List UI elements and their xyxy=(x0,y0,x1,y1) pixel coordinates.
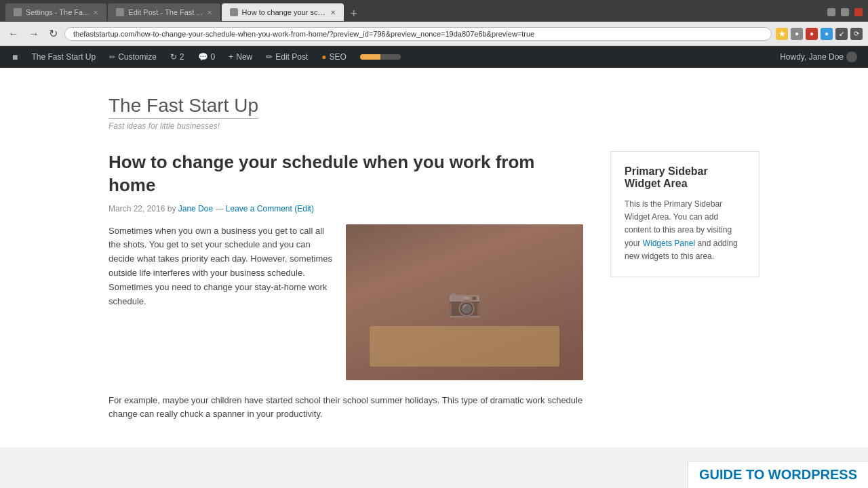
revisions-icon: ↻ xyxy=(170,52,177,62)
article-image xyxy=(346,224,583,380)
close-button[interactable] xyxy=(854,8,863,16)
seo-label: SEO xyxy=(330,52,347,62)
edit-post-link[interactable]: ✏ Edit Post xyxy=(259,46,315,68)
revisions-link[interactable]: ↻ 2 xyxy=(163,46,191,68)
article-date: March 22, 2016 xyxy=(108,204,165,214)
tab-preview[interactable]: How to change your sch... ✕ xyxy=(222,3,344,21)
customize-label: Customize xyxy=(118,52,157,62)
browser-titlebar: Settings - The Fa... ✕ Edit Post - The F… xyxy=(0,0,868,22)
sidebar-widget-text: This is the Primary Sidebar Widget Area.… xyxy=(625,198,745,263)
article-comment-link[interactable]: Leave a Comment xyxy=(226,204,292,214)
browser-toolbar: ← → ↻ thefaststartup.com/how-to-change-y… xyxy=(0,22,868,46)
extension-icon-red[interactable]: ● xyxy=(806,28,818,40)
article-edit-anchor[interactable]: (Edit) xyxy=(294,204,314,214)
sidebar: Primary Sidebar Widget Area This is the … xyxy=(610,151,760,431)
maximize-button[interactable] xyxy=(841,8,849,16)
site-tagline: Fast ideas for little businesses! xyxy=(108,121,760,131)
forward-button[interactable]: → xyxy=(26,26,42,41)
reload-icon[interactable]: ⟳ xyxy=(850,28,863,40)
tab-label-settings: Settings - The Fa... xyxy=(26,8,89,16)
tab-favicon-settings xyxy=(14,8,22,16)
user-avatar xyxy=(846,52,857,62)
extension-icon-2[interactable]: ↙ xyxy=(835,28,848,40)
tab-close-edit[interactable]: ✕ xyxy=(207,9,212,16)
browser-window-controls xyxy=(827,8,863,16)
article-paragraph-2: For example, maybe your children have st… xyxy=(108,394,583,422)
comments-count: 0 xyxy=(211,52,216,62)
extension-icon-1[interactable]: ● xyxy=(791,28,803,40)
seo-dot: ● xyxy=(321,52,326,62)
extension-icon-blue[interactable]: ● xyxy=(821,28,833,40)
wp-admin-bar: ■ The Fast Start Up ✏ Customize ↻ 2 💬 0 … xyxy=(0,46,868,68)
article-meta: March 22, 2016 by Jane Doe — Leave a Com… xyxy=(108,204,583,214)
new-label: New xyxy=(236,52,252,62)
new-link[interactable]: + New xyxy=(222,46,259,68)
main-layout: How to change your schedule when you wor… xyxy=(0,151,868,431)
widgets-panel-link[interactable]: Widgets Panel xyxy=(643,239,695,248)
browser-tabs: Settings - The Fa... ✕ Edit Post - The F… xyxy=(5,3,822,21)
wp-logo[interactable]: ■ xyxy=(5,46,24,68)
tab-settings[interactable]: Settings - The Fa... ✕ xyxy=(5,3,106,21)
browser-window: Settings - The Fa... ✕ Edit Post - The F… xyxy=(0,0,868,447)
seo-bar-container xyxy=(353,46,408,68)
site-name[interactable]: The Fast Start Up xyxy=(24,46,102,68)
edit-icon: ✏ xyxy=(266,52,273,62)
article-body: Sometimes when you own a business you ge… xyxy=(108,224,583,380)
sidebar-widget-title: Primary Sidebar Widget Area xyxy=(625,165,745,190)
customize-icon: ✏ xyxy=(109,53,115,62)
toolbar-icons: ★ ● ● ● ↙ ⟳ xyxy=(776,28,863,40)
seo-progress-fill xyxy=(360,54,380,60)
article-paragraph-1: Sometimes when you own a business you ge… xyxy=(108,224,335,309)
tab-edit-post[interactable]: Edit Post - The Fast ... ✕ xyxy=(108,3,220,21)
tab-favicon-edit xyxy=(116,8,124,16)
primary-sidebar-widget: Primary Sidebar Widget Area This is the … xyxy=(610,151,760,277)
howdy-text: Howdy, Jane Doe xyxy=(780,52,844,62)
minimize-button[interactable] xyxy=(827,8,835,16)
new-icon: + xyxy=(229,52,233,62)
article-title: How to change your schedule when you wor… xyxy=(108,151,583,197)
tab-label-preview: How to change your sch... xyxy=(242,8,326,16)
revisions-count: 2 xyxy=(180,52,184,62)
article-area: How to change your schedule when you wor… xyxy=(108,151,583,431)
tab-favicon-preview xyxy=(230,8,238,16)
site-header: The Fast Start Up Fast ideas for little … xyxy=(0,81,868,151)
site-title[interactable]: The Fast Start Up xyxy=(108,95,258,119)
page-content: The Fast Start Up Fast ideas for little … xyxy=(0,68,868,447)
tab-close-settings[interactable]: ✕ xyxy=(93,9,98,16)
howdy-section: Howdy, Jane Doe xyxy=(774,52,863,62)
article-by: by xyxy=(167,204,176,214)
article-separator: — xyxy=(215,204,225,214)
edit-post-label: Edit Post xyxy=(275,52,308,62)
reload-button[interactable]: ↻ xyxy=(46,26,60,41)
comments-icon: 💬 xyxy=(198,52,208,62)
new-tab-button[interactable]: + xyxy=(345,7,363,21)
tab-label-edit: Edit Post - The Fast ... xyxy=(128,8,202,16)
article-text-left: Sometimes when you own a business you ge… xyxy=(108,224,335,380)
seo-link[interactable]: ● SEO xyxy=(315,46,353,68)
comments-link[interactable]: 💬 0 xyxy=(191,46,222,68)
seo-progress-bar xyxy=(360,54,401,60)
address-bar[interactable]: thefaststartup.com/how-to-change-your-sc… xyxy=(64,27,772,41)
meeting-photo xyxy=(346,224,583,380)
bookmark-icon[interactable]: ★ xyxy=(776,28,788,40)
tab-close-preview[interactable]: ✕ xyxy=(330,9,336,16)
customize-link[interactable]: ✏ Customize xyxy=(102,46,163,68)
back-button[interactable]: ← xyxy=(5,26,22,41)
article-author-link[interactable]: Jane Doe xyxy=(178,204,213,214)
